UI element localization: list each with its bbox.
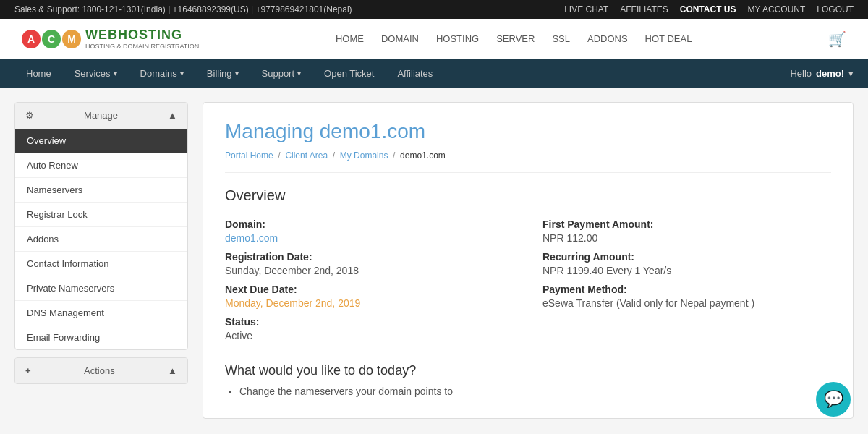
payment-method-value: eSewa Transfer (Valid only for Nepal pay… [542,297,831,309]
brand-sub: HOSTING & DOMAIN REGISTRATION [85,43,199,50]
what-section: What would you like to do today? Change … [225,363,831,397]
sidebar-item-auto-renew[interactable]: Auto Renew [15,153,187,177]
first-payment-value: NPR 112.00 [542,232,831,244]
top-bar-links: LIVE CHAT AFFILIATES CONTACT US MY ACCOU… [564,4,854,14]
nav-domain[interactable]: DOMAIN [381,33,419,44]
recurring-value: NPR 1199.40 Every 1 Year/s [542,265,831,276]
manage-label: Manage [84,110,118,121]
nav-home[interactable]: HOME [336,33,364,44]
logo-text: WEBHOSTING HOSTING & DOMAIN REGISTRATION [85,27,199,50]
domain-label: Domain: [225,218,514,230]
sec-nav-home[interactable]: Home [14,59,63,88]
sidebar-item-dns-management[interactable]: DNS Management [15,300,187,325]
next-due-label: Next Due Date: [225,284,514,295]
nav-addons[interactable]: ADDONS [587,33,628,44]
sec-nav-billing[interactable]: Billing ▾ [195,59,250,88]
actions-label: Actions [84,365,115,376]
registration-value: Sunday, December 2nd, 2018 [225,265,514,276]
what-list: Change the nameservers your domain point… [225,386,831,397]
page-title: Managing demo1.com [225,120,831,143]
services-caret-icon: ▾ [114,69,117,77]
sidebar: ⚙ Manage ▲ Overview Auto Renew Nameserve… [14,102,188,419]
main-content: Managing demo1.com Portal Home / Client … [203,102,854,419]
gear-icon: ⚙ [25,110,34,121]
sec-nav-domains-label: Domains [140,68,177,79]
page-title-prefix: Managing [225,120,314,142]
affiliates-link[interactable]: AFFILIATES [620,4,668,14]
breadcrumb-portal-home[interactable]: Portal Home [225,150,273,161]
sec-nav-left: Home Services ▾ Domains ▾ Billing ▾ Supp… [14,59,444,88]
list-item: Change the nameservers your domain point… [239,386,831,397]
status-item: Status: Active [225,316,514,341]
what-title: What would you like to do today? [225,363,831,378]
nav-ssl[interactable]: SSL [552,33,570,44]
sec-nav-affiliates[interactable]: Affiliates [386,59,444,88]
status-label: Status: [225,316,514,328]
support-text: Sales & Support: 1800-121-1301(India) | … [14,4,352,14]
page-title-domain: demo1.com [320,120,425,142]
sec-nav-open-ticket[interactable]: Open Ticket [312,59,386,88]
main-nav: HOME DOMAIN HOSTING SERVER SSL ADDONS HO… [336,33,692,44]
logo[interactable]: A C M WEBHOSTING HOSTING & DOMAIN REGIST… [22,27,199,50]
username-text: demo! [816,68,844,79]
top-bar: Sales & Support: 1800-121-1301(India) | … [0,0,868,19]
chat-icon: 💬 [824,390,843,409]
chat-bubble[interactable]: 💬 [816,382,851,417]
domain-value[interactable]: demo1.com [225,232,514,244]
actions-arrow-icon: ▲ [168,365,177,376]
sidebar-item-overview[interactable]: Overview [15,128,187,153]
sec-nav-services[interactable]: Services ▾ [63,59,129,88]
payment-method-label: Payment Method: [542,284,831,295]
recurring-label: Recurring Amount: [542,251,831,263]
breadcrumb-client-area[interactable]: Client Area [285,150,328,161]
sec-nav-support-label: Support [262,68,295,79]
cart-icon[interactable]: 🛒 [828,30,846,48]
breadcrumb-my-domains[interactable]: My Domains [340,150,388,161]
manage-header: ⚙ Manage ▲ [15,103,187,128]
sec-nav-billing-label: Billing [207,68,232,79]
header: A C M WEBHOSTING HOSTING & DOMAIN REGIST… [0,19,868,59]
first-payment-label: First Payment Amount: [542,218,831,230]
sidebar-item-email-forwarding[interactable]: Email Forwarding [15,325,187,349]
status-value: Active [225,330,514,341]
registration-label: Registration Date: [225,251,514,263]
logo-letter-c: C [42,30,61,48]
logout-link[interactable]: LOGOUT [817,4,854,14]
sec-nav: Home Services ▾ Domains ▾ Billing ▾ Supp… [0,59,868,88]
sidebar-item-nameservers[interactable]: Nameservers [15,177,187,202]
domain-item: Domain: demo1.com [225,218,514,244]
sidebar-item-contact-info[interactable]: Contact Information [15,251,187,276]
live-chat-link[interactable]: LIVE CHAT [564,4,608,14]
sidebar-item-private-nameservers[interactable]: Private Nameservers [15,276,187,300]
content-wrapper: ⚙ Manage ▲ Overview Auto Renew Nameserve… [0,102,868,419]
manage-section: ⚙ Manage ▲ Overview Auto Renew Nameserve… [14,102,188,350]
next-due-item: Next Due Date: Monday, December 2nd, 201… [225,284,514,309]
domains-caret-icon: ▾ [180,69,184,77]
sidebar-item-registrar-lock[interactable]: Registrar Lock [15,202,187,226]
nav-hosting[interactable]: HOSTING [436,33,479,44]
actions-section: + Actions ▲ [14,357,188,384]
plus-icon: + [25,365,31,376]
support-caret-icon: ▾ [297,69,301,77]
recurring-item: Recurring Amount: NPR 1199.40 Every 1 Ye… [542,251,831,276]
manage-arrow-icon: ▲ [168,110,177,121]
nav-hot-deal[interactable]: HOT DEAL [645,33,692,44]
logo-letter-m: M [62,30,81,48]
contact-us-link[interactable]: CONTACT US [680,4,736,14]
sec-nav-domains[interactable]: Domains ▾ [129,59,195,88]
greeting-text: Hello [790,68,812,79]
nav-server[interactable]: SERVER [496,33,535,44]
sidebar-item-addons[interactable]: Addons [15,226,187,251]
sec-nav-support[interactable]: Support ▾ [250,59,313,88]
brand-name: WEBHOSTING [85,27,199,43]
user-caret-icon[interactable]: ▾ [848,68,854,79]
my-account-link[interactable]: MY ACCOUNT [748,4,806,14]
overview-grid: Domain: demo1.com First Payment Amount: … [225,218,831,341]
breadcrumb-current: demo1.com [400,150,446,161]
logo-letters: A C M [22,30,81,48]
breadcrumb: Portal Home / Client Area / My Domains /… [225,150,831,173]
registration-item: Registration Date: Sunday, December 2nd,… [225,251,514,276]
sec-nav-services-label: Services [75,68,111,79]
section-title: Overview [225,187,831,204]
next-due-value: Monday, December 2nd, 2019 [225,297,514,309]
